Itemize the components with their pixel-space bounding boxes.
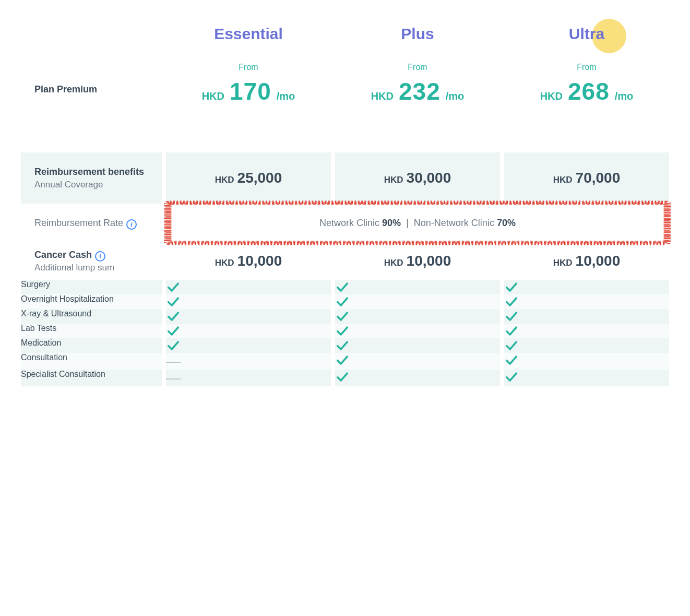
header-empty-cell — [21, 16, 162, 57]
premium-from-text: From — [504, 63, 669, 72]
check-icon — [335, 338, 500, 353]
feature-essential: — — [166, 370, 331, 386]
premium-currency: HKD — [202, 90, 224, 102]
check-icon — [504, 353, 669, 368]
cancer-cash-label: Cancer Cash i Additional lump sum — [21, 242, 162, 280]
feature-ultra — [504, 353, 669, 370]
premium-from-text: From — [166, 63, 331, 72]
feature-essential: — — [166, 353, 331, 370]
rate-label-text: Reimbursement Rate — [34, 218, 123, 229]
coverage-title: Reimbursement benefits — [34, 167, 144, 177]
feature-label: X-ray & Ultrasound — [21, 309, 162, 324]
check-icon — [504, 280, 669, 294]
premium-amount: 232 — [399, 77, 441, 105]
check-icon — [504, 309, 669, 324]
plan-header-ultra: Ultra — [504, 16, 669, 57]
cancer-subtitle: Additional lump sum — [34, 263, 114, 273]
check-icon — [504, 338, 669, 353]
feature-plus — [335, 294, 500, 309]
cancer-title: Cancer Cash — [34, 250, 92, 260]
coverage-essential: HKD25,000 — [166, 152, 331, 204]
check-icon — [166, 324, 331, 338]
info-icon[interactable]: i — [95, 251, 105, 262]
premium-unit: /mo — [277, 90, 295, 102]
coverage-label: Reimbursement benefits Annual Coverage — [21, 152, 162, 204]
feature-label: Specialist Consultation — [21, 370, 162, 386]
coverage-subtitle: Annual Coverage — [34, 180, 103, 190]
check-icon — [166, 294, 331, 309]
feature-plus — [335, 338, 500, 353]
feature-ultra — [504, 324, 669, 338]
check-icon — [166, 309, 331, 324]
feature-label: Consultation — [21, 353, 162, 370]
dash-icon: — — [166, 353, 181, 369]
premium-amount: 170 — [230, 77, 271, 105]
premium-amount: 268 — [568, 77, 610, 105]
rate-nonnetwork-label: Non-Network Clinic — [414, 218, 494, 228]
feature-label: Surgery — [21, 280, 162, 294]
feature-plus — [335, 324, 500, 338]
rate-separator: | — [403, 218, 411, 228]
feature-ultra — [504, 338, 669, 353]
feature-plus — [335, 280, 500, 294]
feature-ultra — [504, 294, 669, 309]
premium-from-text: From — [335, 63, 500, 72]
feature-essential — [166, 324, 331, 338]
check-icon — [335, 280, 500, 294]
premium-unit: /mo — [615, 90, 634, 102]
check-icon — [166, 280, 331, 294]
feature-ultra — [504, 370, 669, 386]
premium-currency: HKD — [540, 90, 563, 102]
check-icon — [335, 294, 500, 309]
feature-plus — [335, 370, 500, 386]
plan-premium-label: Plan Premium — [21, 84, 162, 95]
pricing-comparison-table: Essential Plus Ultra Plan Premium From H… — [21, 16, 669, 386]
feature-plus — [335, 309, 500, 324]
coverage-ultra: HKD70,000 — [504, 152, 669, 204]
check-icon — [504, 324, 669, 338]
check-icon — [335, 353, 500, 368]
plan-header-essential: Essential — [166, 16, 331, 57]
feature-ultra — [504, 309, 669, 324]
rate-nonnetwork-value: 70% — [497, 218, 516, 228]
cancer-plus: HKD10,000 — [335, 242, 500, 280]
feature-label: Medication — [21, 338, 162, 353]
plan-header-plus: Plus — [335, 16, 500, 57]
reimbursement-rate-label: Reimbursement Rate i — [21, 204, 162, 242]
check-icon — [166, 338, 331, 353]
feature-essential — [166, 280, 331, 294]
premium-currency: HKD — [371, 90, 394, 102]
cancer-essential: HKD10,000 — [166, 242, 331, 280]
spacer — [21, 121, 669, 152]
premium-plus: From HKD 232 /mo — [335, 57, 500, 121]
check-icon — [504, 294, 669, 309]
feature-label: Lab Tests — [21, 324, 162, 338]
premium-essential: From HKD 170 /mo — [166, 57, 331, 121]
rate-network-value: 90% — [382, 218, 401, 228]
rate-network-label: Network Clinic — [319, 218, 379, 228]
check-icon — [335, 309, 500, 324]
check-icon — [335, 324, 500, 338]
feature-plus — [335, 353, 500, 370]
coverage-plus: HKD30,000 — [335, 152, 500, 204]
feature-essential — [166, 338, 331, 353]
feature-essential — [166, 294, 331, 309]
premium-unit: /mo — [446, 90, 465, 102]
feature-label: Overnight Hospitalization — [21, 294, 162, 309]
info-icon[interactable]: i — [126, 219, 137, 230]
dash-icon: — — [166, 370, 181, 386]
check-icon — [504, 370, 669, 384]
reimbursement-rate-value: Network Clinic 90% | Non-Network Clinic … — [166, 204, 669, 242]
feature-essential — [166, 309, 331, 324]
premium-ultra: From HKD 268 /mo — [504, 57, 669, 121]
feature-ultra — [504, 280, 669, 294]
cancer-ultra: HKD10,000 — [504, 242, 669, 280]
check-icon — [335, 370, 500, 384]
